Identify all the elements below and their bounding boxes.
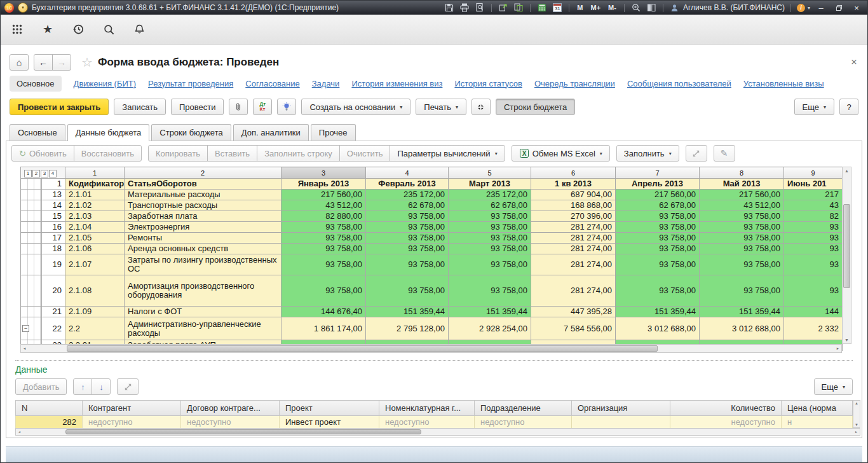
nav-link[interactable]: Задачи bbox=[312, 79, 340, 88]
search-icon[interactable] bbox=[102, 23, 115, 36]
row-number[interactable]: 13 bbox=[42, 190, 65, 200]
value-cell[interactable]: 93 bbox=[784, 233, 843, 244]
value-cell[interactable]: 2 332 bbox=[784, 317, 843, 340]
codifier-cell[interactable]: 2.1.06 bbox=[65, 244, 125, 254]
value-cell[interactable]: 151 359,44 bbox=[366, 307, 449, 317]
column-number-header[interactable]: 4 bbox=[366, 167, 449, 179]
article-cell[interactable]: Электроэнергия bbox=[125, 222, 281, 233]
restore-button[interactable] bbox=[832, 3, 846, 13]
column-header[interactable]: Март 2013 bbox=[449, 179, 531, 190]
value-cell[interactable]: 93 758,00 bbox=[366, 233, 449, 244]
article-cell[interactable]: Затраты по лизингу производственных ОС bbox=[125, 254, 281, 275]
data-cell-n[interactable]: 282 bbox=[16, 416, 83, 429]
row-number[interactable]: 16 bbox=[42, 222, 65, 233]
copy-button[interactable]: Копировать bbox=[148, 145, 208, 162]
column-header[interactable]: Февраль 2013 bbox=[366, 179, 449, 190]
value-cell[interactable]: 93 bbox=[784, 254, 843, 275]
column-header[interactable]: 1 кв 2013 bbox=[531, 179, 616, 190]
value-cell[interactable]: 93 758,00 bbox=[366, 211, 449, 222]
value-cell[interactable]: 93 bbox=[784, 275, 843, 307]
memory-button[interactable]: M bbox=[575, 3, 585, 13]
goto-link-icon[interactable] bbox=[498, 3, 509, 13]
value-cell[interactable]: 93 758,00 bbox=[281, 254, 366, 275]
value-cell[interactable]: 93 758,00 bbox=[616, 211, 700, 222]
hint-bulb-button[interactable] bbox=[277, 99, 296, 115]
group-level-button[interactable]: 2 bbox=[32, 170, 40, 177]
value-cell[interactable]: 151 359,44 bbox=[616, 307, 700, 317]
value-cell[interactable]: 93 758,00 bbox=[449, 244, 531, 254]
value-cell[interactable]: 93 758,00 bbox=[700, 244, 784, 254]
attachments-button[interactable] bbox=[229, 99, 248, 115]
post-and-close-button[interactable]: Провести и закрыть bbox=[10, 99, 109, 115]
move-up-button[interactable]: ↑ bbox=[73, 378, 92, 395]
scroll-up-icon[interactable]: ▲ bbox=[843, 167, 851, 174]
data-column-header[interactable]: Организация bbox=[572, 401, 670, 416]
value-cell[interactable]: 144 676,40 bbox=[281, 307, 366, 317]
grid-horizontal-scrollbar[interactable]: ◂ ▸ bbox=[20, 344, 842, 353]
data-column-header[interactable]: Количество bbox=[670, 401, 782, 416]
nav-item-main[interactable]: Основное bbox=[10, 76, 62, 92]
value-cell[interactable]: 144 bbox=[784, 307, 843, 317]
row-number[interactable]: 18 bbox=[42, 244, 65, 254]
value-cell[interactable]: 235 172,00 bbox=[366, 190, 449, 200]
data-horizontal-scrollbar[interactable]: ◂ ▸ bbox=[15, 428, 860, 436]
write-button[interactable]: Записать bbox=[114, 99, 166, 115]
zoom-icon[interactable] bbox=[630, 3, 642, 13]
row-number[interactable]: 1 bbox=[42, 179, 65, 190]
data-cell[interactable] bbox=[572, 416, 670, 429]
favorites-icon[interactable]: ★ bbox=[41, 23, 54, 36]
fill-button[interactable]: Заполнить▾ bbox=[616, 145, 679, 162]
calculator-icon[interactable] bbox=[536, 3, 548, 13]
value-cell[interactable]: 93 758,00 bbox=[616, 244, 700, 254]
nav-link[interactable]: Сообщения пользователей bbox=[627, 79, 731, 88]
data-cell[interactable]: недоступно bbox=[670, 416, 782, 429]
tab[interactable]: Основные bbox=[10, 124, 65, 141]
scroll-right-icon[interactable]: ▸ bbox=[853, 429, 860, 435]
create-on-base-button[interactable]: Создать на основании▾ bbox=[301, 99, 410, 115]
value-cell[interactable]: 217 560,00 bbox=[281, 190, 366, 200]
value-cell[interactable]: 93 758,00 bbox=[366, 254, 449, 275]
value-cell[interactable]: 93 758,00 bbox=[700, 233, 784, 244]
refresh-button[interactable]: ↻Обновить bbox=[11, 145, 74, 162]
column-number-header[interactable]: 5 bbox=[449, 167, 531, 179]
forward-button[interactable]: → bbox=[52, 54, 71, 71]
value-cell[interactable]: 93 758,00 bbox=[366, 244, 449, 254]
row-number[interactable]: 14 bbox=[42, 200, 65, 211]
row-number[interactable]: 20 bbox=[42, 275, 65, 307]
data-column-header[interactable]: Проект bbox=[280, 401, 379, 416]
history-icon[interactable] bbox=[72, 23, 85, 36]
data-cell[interactable]: Инвест проект bbox=[280, 416, 379, 429]
article-cell[interactable]: Административно-управленческие расходы bbox=[125, 317, 281, 340]
value-cell[interactable]: 235 172,00 bbox=[449, 190, 531, 200]
codifier-cell[interactable]: 2.1.02 bbox=[65, 200, 125, 211]
column-number-header[interactable]: 6 bbox=[531, 167, 616, 179]
calc-params-button[interactable]: Параметры вычислений▾ bbox=[390, 145, 505, 162]
value-cell[interactable]: 217 560,00 bbox=[700, 190, 784, 200]
paste-button[interactable]: Вставить bbox=[207, 145, 257, 162]
data-column-header[interactable]: Контрагент bbox=[83, 401, 181, 416]
value-cell[interactable]: 1 861 174,00 bbox=[281, 317, 366, 340]
group-level-button[interactable]: 1 bbox=[24, 170, 32, 177]
article-cell[interactable]: Амортизация производственного оборудован… bbox=[125, 275, 281, 307]
close-form-icon[interactable]: × bbox=[851, 56, 858, 69]
split-window-icon[interactable] bbox=[646, 3, 657, 13]
horizontal-scroll-thumb[interactable] bbox=[65, 429, 421, 434]
codifier-cell[interactable]: 2.1.07 bbox=[65, 254, 125, 275]
set-order-button[interactable] bbox=[117, 378, 139, 395]
value-cell[interactable]: 3 012 688,00 bbox=[700, 317, 784, 340]
value-cell[interactable]: 93 bbox=[784, 244, 843, 254]
dt-kt-postings-button[interactable]: ДтКт bbox=[253, 99, 272, 115]
menu-grid-icon[interactable] bbox=[11, 23, 24, 36]
value-cell[interactable]: 62 678,00 bbox=[366, 200, 449, 211]
data-cell[interactable]: недоступно bbox=[475, 416, 572, 429]
column-header[interactable]: Кодификатор bbox=[65, 179, 125, 190]
codifier-cell[interactable]: 2.1.05 bbox=[65, 233, 125, 244]
value-cell[interactable]: 93 758,00 bbox=[700, 211, 784, 222]
scroll-left-icon[interactable]: ◂ bbox=[21, 345, 28, 352]
nav-link[interactable]: История изменения виз bbox=[351, 79, 442, 88]
row-number[interactable]: 15 bbox=[42, 211, 65, 222]
data-vertical-scrollbar[interactable]: ▲ ▼ bbox=[853, 400, 860, 428]
value-cell[interactable]: 93 758,00 bbox=[616, 275, 700, 307]
data-cell[interactable]: недоступно bbox=[83, 416, 181, 429]
value-cell[interactable]: 151 359,44 bbox=[449, 307, 531, 317]
